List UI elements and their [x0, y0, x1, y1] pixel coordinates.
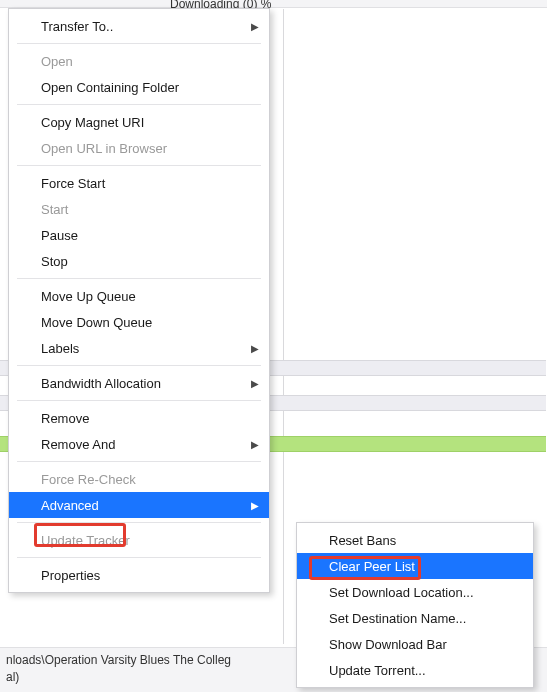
menu-label: Move Up Queue	[41, 289, 136, 304]
menu-label: Set Destination Name...	[329, 611, 466, 626]
submenu-reset-bans[interactable]: Reset Bans	[297, 527, 533, 553]
menu-label: Show Download Bar	[329, 637, 447, 652]
menu-open-containing-folder[interactable]: Open Containing Folder	[9, 74, 269, 100]
menu-label: Open	[41, 54, 73, 69]
menu-separator	[17, 43, 261, 44]
menu-label: Remove	[41, 411, 89, 426]
menu-start: Start	[9, 196, 269, 222]
chevron-right-icon: ▶	[251, 439, 259, 450]
menu-open-url-in-browser: Open URL in Browser	[9, 135, 269, 161]
context-menu-main: Transfer To.. ▶ Open Open Containing Fol…	[8, 8, 270, 593]
menu-separator	[17, 522, 261, 523]
menu-separator	[17, 104, 261, 105]
chevron-right-icon: ▶	[251, 500, 259, 511]
context-menu-advanced: Reset Bans Clear Peer List Set Download …	[296, 522, 534, 688]
submenu-update-torrent[interactable]: Update Torrent...	[297, 657, 533, 683]
menu-separator	[17, 557, 261, 558]
menu-label: Update Torrent...	[329, 663, 426, 678]
menu-label: Force Re-Check	[41, 472, 136, 487]
chevron-right-icon: ▶	[251, 21, 259, 32]
menu-label: Open URL in Browser	[41, 141, 167, 156]
menu-label: Open Containing Folder	[41, 80, 179, 95]
menu-advanced[interactable]: Advanced ▶	[9, 492, 269, 518]
menu-stop[interactable]: Stop	[9, 248, 269, 274]
menu-remove-and[interactable]: Remove And ▶	[9, 431, 269, 457]
menu-copy-magnet-uri[interactable]: Copy Magnet URI	[9, 109, 269, 135]
menu-separator	[17, 461, 261, 462]
menu-label: Pause	[41, 228, 78, 243]
menu-transfer-to[interactable]: Transfer To.. ▶	[9, 13, 269, 39]
chevron-right-icon: ▶	[251, 343, 259, 354]
menu-pause[interactable]: Pause	[9, 222, 269, 248]
menu-label: Transfer To..	[41, 19, 113, 34]
menu-separator	[17, 165, 261, 166]
menu-separator	[17, 400, 261, 401]
submenu-set-download-location[interactable]: Set Download Location...	[297, 579, 533, 605]
menu-bandwidth-allocation[interactable]: Bandwidth Allocation ▶	[9, 370, 269, 396]
column-header-strip	[0, 0, 547, 8]
menu-label: Set Download Location...	[329, 585, 474, 600]
menu-move-up-queue[interactable]: Move Up Queue	[9, 283, 269, 309]
menu-move-down-queue[interactable]: Move Down Queue	[9, 309, 269, 335]
submenu-set-destination-name[interactable]: Set Destination Name...	[297, 605, 533, 631]
menu-label: Start	[41, 202, 68, 217]
menu-force-start[interactable]: Force Start	[9, 170, 269, 196]
menu-label: Copy Magnet URI	[41, 115, 144, 130]
menu-label: Labels	[41, 341, 79, 356]
chevron-right-icon: ▶	[251, 378, 259, 389]
menu-open: Open	[9, 48, 269, 74]
menu-label: Advanced	[41, 498, 99, 513]
menu-separator	[17, 278, 261, 279]
menu-label: Properties	[41, 568, 100, 583]
column-divider	[283, 9, 284, 644]
menu-label: Stop	[41, 254, 68, 269]
submenu-clear-peer-list[interactable]: Clear Peer List	[297, 553, 533, 579]
menu-label: Reset Bans	[329, 533, 396, 548]
submenu-show-download-bar[interactable]: Show Download Bar	[297, 631, 533, 657]
menu-force-recheck: Force Re-Check	[9, 466, 269, 492]
menu-separator	[17, 365, 261, 366]
menu-label: Move Down Queue	[41, 315, 152, 330]
menu-label: Force Start	[41, 176, 105, 191]
menu-properties[interactable]: Properties	[9, 562, 269, 588]
menu-label: Update Tracker	[41, 533, 130, 548]
menu-update-tracker: Update Tracker	[9, 527, 269, 553]
menu-labels[interactable]: Labels ▶	[9, 335, 269, 361]
menu-label: Remove And	[41, 437, 115, 452]
menu-label: Clear Peer List	[329, 559, 415, 574]
menu-remove[interactable]: Remove	[9, 405, 269, 431]
menu-label: Bandwidth Allocation	[41, 376, 161, 391]
